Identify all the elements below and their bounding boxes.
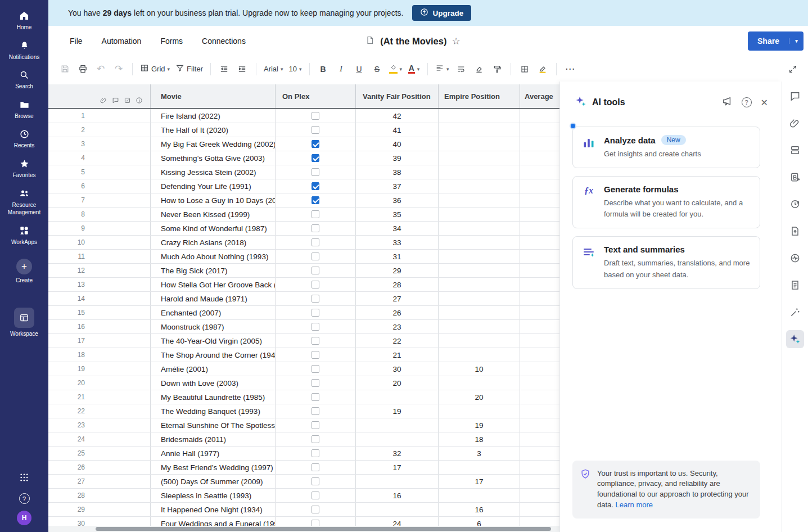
panel-help-icon[interactable]: ? [742, 97, 752, 107]
menu-connections[interactable]: Connections [202, 37, 246, 46]
cell-empire[interactable]: 16 [439, 503, 520, 516]
on-plex-checkbox[interactable] [312, 379, 319, 387]
cell-movie[interactable]: The 40-Year-Old Virgin (2005) [151, 334, 276, 348]
cell-movie[interactable]: My Best Friend’s Wedding (1997) [151, 461, 276, 474]
on-plex-checkbox[interactable] [312, 295, 319, 303]
on-plex-checkbox[interactable] [312, 435, 319, 443]
row-number[interactable]: 15 [48, 306, 151, 319]
cell-movie[interactable]: My Big Fat Greek Wedding (2002) [151, 137, 276, 151]
row-number[interactable]: 6 [48, 179, 151, 193]
cell-movie[interactable]: Something’s Gotta Give (2003) [151, 151, 276, 165]
on-plex-checkbox[interactable] [312, 309, 319, 317]
row-number[interactable]: 17 [48, 334, 151, 348]
cell-movie[interactable]: Harold and Maude (1971) [151, 292, 276, 305]
cell-on-plex[interactable] [276, 109, 356, 123]
cell-vanity[interactable]: 29 [356, 264, 439, 277]
cell-vanity[interactable]: 22 [356, 334, 439, 348]
text-color-button[interactable]: A▾ [405, 61, 422, 77]
cell-empire[interactable] [439, 334, 520, 348]
attachment-column-icon[interactable] [100, 97, 107, 106]
cell-movie[interactable]: The Shop Around the Corner (1940) [151, 348, 276, 362]
on-plex-checkbox[interactable] [312, 224, 319, 232]
cell-vanity[interactable] [356, 432, 439, 446]
on-plex-checkbox[interactable] [312, 463, 319, 471]
text-summaries-card[interactable]: Text and summaries Draft text, summaries… [572, 236, 760, 288]
on-plex-checkbox[interactable] [312, 421, 319, 429]
cell-movie[interactable]: The Big Sick (2017) [151, 264, 276, 277]
on-plex-checkbox[interactable] [312, 506, 319, 513]
row-number[interactable]: 10 [48, 236, 151, 249]
row-gutter-header[interactable] [48, 84, 151, 108]
cell-vanity[interactable]: 26 [356, 306, 439, 319]
cell-empire[interactable] [439, 151, 520, 165]
bold-button[interactable]: B [315, 61, 332, 77]
on-plex-checkbox[interactable] [312, 281, 319, 288]
cell-empire[interactable] [439, 376, 520, 390]
row-number[interactable]: 5 [48, 165, 151, 179]
help-icon[interactable]: ? [19, 493, 30, 504]
view-selector[interactable]: Grid▾ [138, 61, 172, 77]
row-number[interactable]: 24 [48, 432, 151, 446]
format-painter-button[interactable] [489, 61, 505, 77]
cell-vanity[interactable]: 35 [356, 208, 439, 221]
row-number[interactable]: 28 [48, 489, 151, 502]
cell-movie[interactable]: Defending Your Life (1991) [151, 179, 276, 193]
cell-empire[interactable] [439, 137, 520, 151]
on-plex-checkbox[interactable] [312, 365, 319, 373]
cell-on-plex[interactable] [276, 362, 356, 376]
cell-movie[interactable]: Eternal Sunshine Of The Spotless Mind (2… [151, 418, 276, 432]
scrollbar-thumb[interactable] [96, 527, 551, 531]
cell-movie[interactable]: Fire Island (2022) [151, 109, 276, 123]
row-number[interactable]: 12 [48, 264, 151, 277]
align-button[interactable]: ▾ [433, 61, 452, 77]
cell-movie[interactable]: Enchanted (2007) [151, 306, 276, 319]
menu-automation[interactable]: Automation [102, 37, 142, 46]
cell-vanity[interactable]: 28 [356, 278, 439, 291]
cell-empire[interactable] [439, 348, 520, 362]
column-header-movie[interactable]: Movie [151, 84, 276, 108]
cell-on-plex[interactable] [276, 278, 356, 291]
row-number[interactable]: 1 [48, 109, 151, 123]
menu-forms[interactable]: Forms [160, 37, 183, 46]
cell-on-plex[interactable] [276, 137, 356, 151]
row-number[interactable]: 27 [48, 475, 151, 488]
sidebar-item-search[interactable]: Search [0, 65, 48, 95]
row-number[interactable]: 25 [48, 447, 151, 460]
on-plex-checkbox[interactable] [312, 492, 319, 499]
cell-vanity[interactable]: 30 [356, 362, 439, 376]
cell-on-plex[interactable] [276, 489, 356, 502]
proof-column-icon[interactable] [124, 97, 131, 106]
sidebar-item-favorites[interactable]: Favorites [0, 154, 48, 184]
cell-empire[interactable]: 10 [439, 362, 520, 376]
cell-vanity[interactable]: 21 [356, 348, 439, 362]
announcement-icon[interactable] [721, 96, 733, 109]
on-plex-checkbox[interactable] [312, 337, 319, 345]
on-plex-checkbox[interactable] [312, 126, 319, 134]
row-number[interactable]: 14 [48, 292, 151, 305]
cell-vanity[interactable]: 20 [356, 376, 439, 390]
upgrade-button[interactable]: Upgrade [412, 5, 471, 21]
on-plex-checkbox[interactable] [312, 112, 319, 120]
wrap-text-button[interactable] [453, 61, 470, 77]
cell-on-plex[interactable] [276, 320, 356, 333]
cell-empire[interactable] [439, 292, 520, 305]
on-plex-checkbox[interactable] [312, 154, 319, 162]
undo-button[interactable]: ↶ [92, 61, 109, 77]
attachments-icon[interactable] [786, 114, 804, 132]
cell-on-plex[interactable] [276, 236, 356, 249]
conversations-icon[interactable] [786, 87, 804, 105]
row-number[interactable]: 9 [48, 222, 151, 235]
font-family-selector[interactable]: Arial▾ [261, 61, 286, 77]
analyze-data-card[interactable]: Analyze data New Get insights and create… [572, 127, 760, 168]
cell-vanity[interactable] [356, 503, 439, 516]
highlight-button[interactable] [534, 61, 551, 77]
cell-empire[interactable] [439, 250, 520, 263]
cell-on-plex[interactable] [276, 151, 356, 165]
on-plex-checkbox[interactable] [312, 182, 319, 190]
on-plex-checkbox[interactable] [312, 323, 319, 331]
cell-movie[interactable]: Much Ado About Nothing (1993) [151, 250, 276, 263]
cell-on-plex[interactable] [276, 165, 356, 179]
column-header-vanity-fair[interactable]: Vanity Fair Position [356, 84, 439, 108]
sidebar-item-workapps[interactable]: WorkApps [0, 220, 48, 251]
cell-on-plex[interactable] [276, 390, 356, 404]
